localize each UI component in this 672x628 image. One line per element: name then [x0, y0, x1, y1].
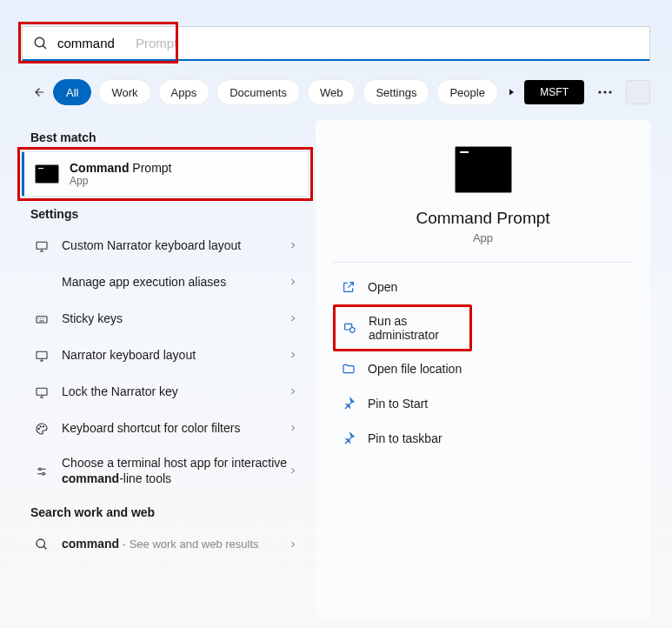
chevron-right-icon — [288, 240, 298, 251]
svg-point-4 — [609, 90, 611, 93]
filter-pill-work[interactable]: Work — [98, 79, 150, 105]
account-button[interactable]: MSFT — [524, 80, 584, 104]
ellipsis-icon — [598, 90, 612, 94]
best-match-title: Command Prompt — [70, 161, 171, 175]
settings-item[interactable]: Choose a terminal host app for interacti… — [22, 447, 309, 495]
action-open-file-location[interactable]: Open file location — [333, 351, 633, 386]
action-pin-to-start[interactable]: Pin to Start — [333, 386, 633, 421]
display-icon — [35, 385, 49, 399]
svg-rect-7 — [37, 351, 47, 358]
search-icon — [33, 36, 49, 51]
section-header-settings: Settings — [22, 197, 309, 228]
action-label: Open file location — [368, 362, 462, 376]
settings-item[interactable]: Lock the Narrator key — [22, 374, 309, 411]
settings-item-label: Narrator keyboard layout — [62, 348, 288, 364]
action-label: Pin to taskbar — [368, 431, 442, 445]
shield-admin-icon — [343, 321, 356, 335]
best-match-subtitle: App — [70, 175, 171, 187]
search-input[interactable] — [49, 36, 639, 50]
svg-rect-5 — [37, 242, 47, 249]
pin-icon — [342, 431, 356, 445]
chevron-right-icon — [288, 350, 298, 360]
detail-panel: Command Prompt App OpenRun as administra… — [316, 120, 650, 618]
detail-subtitle: App — [333, 231, 633, 244]
settings-item-label: Keyboard shortcut for color filters — [62, 421, 288, 437]
action-run-as-administrator[interactable]: Run as administrator — [333, 304, 472, 351]
settings-item[interactable]: Keyboard shortcut for color filters — [22, 411, 309, 447]
filter-pill-apps[interactable]: Apps — [158, 79, 210, 105]
action-open[interactable]: Open — [333, 270, 633, 304]
settings-item-label: Lock the Narrator key — [62, 384, 288, 400]
settings-item-label: Manage app execution aliases — [62, 275, 288, 291]
svg-point-9 — [38, 428, 39, 429]
section-header-web: Search work and web — [22, 495, 309, 526]
settings-item[interactable]: Narrator keyboard layout — [22, 337, 309, 374]
action-label: Pin to Start — [368, 397, 428, 411]
filter-pill-all[interactable]: All — [53, 79, 91, 105]
keyboard-icon — [35, 312, 49, 326]
palette-icon — [35, 422, 49, 436]
svg-rect-8 — [37, 388, 47, 395]
filter-pill-web[interactable]: Web — [307, 79, 356, 105]
arrow-left-icon — [30, 84, 46, 100]
chevron-right-icon — [288, 386, 298, 397]
action-label: Open — [368, 280, 397, 294]
web-search-label: command - See work and web results — [62, 537, 288, 552]
settings-item[interactable]: Manage app execution aliases — [22, 264, 309, 301]
more-options-button[interactable] — [593, 80, 617, 104]
display-icon — [35, 239, 49, 253]
action-pin-to-taskbar[interactable]: Pin to taskbar — [333, 421, 633, 456]
settings-item[interactable]: Custom Narrator keyboard layout — [22, 228, 309, 264]
svg-point-3 — [603, 90, 606, 93]
web-search-row[interactable]: command - See work and web results — [22, 526, 309, 563]
command-prompt-icon — [35, 164, 59, 184]
settings-item[interactable]: Sticky keys — [22, 301, 309, 337]
detail-title: Command Prompt — [333, 209, 633, 228]
svg-line-1 — [43, 45, 46, 49]
open-icon — [342, 280, 356, 294]
chevron-right-icon — [288, 277, 298, 287]
svg-point-2 — [598, 90, 601, 93]
filter-pill-documents[interactable]: Documents — [216, 79, 300, 105]
folder-icon — [342, 362, 356, 376]
chevron-right-icon — [288, 539, 298, 550]
search-icon — [35, 538, 49, 551]
sliders-icon — [35, 464, 49, 478]
filter-bar: AllWorkAppsDocumentsWebSettingsPeople MS… — [30, 77, 650, 108]
svg-point-11 — [43, 426, 43, 427]
svg-line-15 — [43, 546, 46, 549]
settings-item-label: Custom Narrator keyboard layout — [62, 238, 288, 254]
results-column: Best match Command Prompt App Settings C… — [22, 120, 309, 563]
svg-point-12 — [39, 468, 42, 471]
filter-pill-settings[interactable]: Settings — [363, 79, 429, 105]
svg-point-10 — [40, 426, 41, 427]
svg-point-14 — [37, 539, 44, 547]
chevron-right-icon — [288, 465, 298, 476]
pin-icon — [342, 397, 356, 411]
section-header-best-match: Best match — [22, 120, 309, 151]
filter-pill-people[interactable]: People — [436, 79, 497, 105]
avatar[interactable] — [626, 80, 650, 104]
action-label: Run as administrator — [369, 314, 464, 342]
display-icon — [35, 349, 49, 363]
settings-item-label: Sticky keys — [62, 311, 288, 327]
back-button[interactable] — [30, 80, 46, 104]
svg-point-13 — [43, 472, 45, 475]
chevron-right-icon — [288, 423, 298, 433]
search-box[interactable]: command Prompt — [22, 26, 650, 61]
filters-more-button[interactable] — [505, 79, 517, 105]
svg-point-0 — [35, 37, 44, 47]
caret-right-icon — [506, 87, 516, 97]
svg-rect-6 — [37, 317, 47, 323]
best-match-result[interactable]: Command Prompt App — [22, 151, 309, 197]
chevron-right-icon — [288, 313, 298, 324]
divider — [333, 262, 633, 263]
settings-item-label: Choose a terminal host app for interacti… — [62, 456, 288, 486]
command-prompt-icon — [455, 146, 512, 193]
